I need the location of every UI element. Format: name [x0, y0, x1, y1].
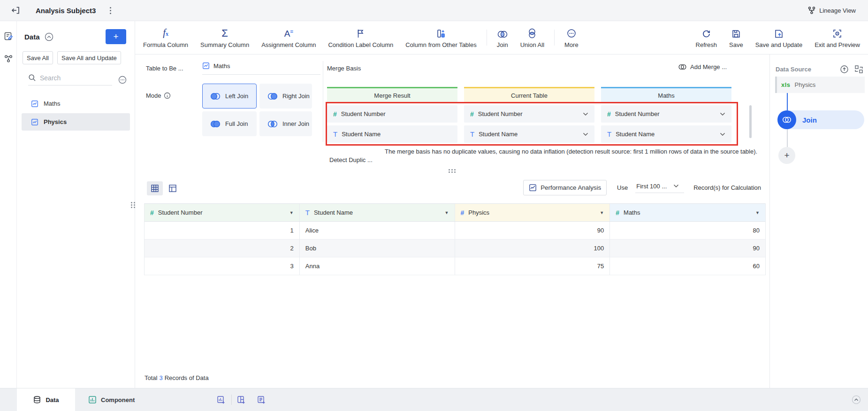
lineage-view-button[interactable]: Lineage View — [807, 6, 856, 15]
join-button[interactable]: Join — [491, 27, 514, 48]
merge-scrollbar[interactable] — [749, 105, 752, 138]
cell-student-number: 1 — [145, 222, 300, 240]
add-table-button[interactable]: + — [106, 29, 126, 44]
header-student-number[interactable]: # Student Number ▼ — [145, 204, 300, 221]
table-row: 2 Bob 100 90 — [145, 240, 765, 257]
summary-column-button[interactable]: Σ Summary Column — [194, 27, 255, 48]
cell-maths: 60 — [610, 257, 765, 275]
table-to-be-value[interactable]: Maths — [202, 62, 320, 75]
current-table-field-student-name[interactable]: T Student Name — [464, 125, 594, 143]
chevron-down-icon[interactable] — [720, 112, 725, 116]
grid-view-button[interactable] — [147, 181, 163, 195]
text-field-icon: T — [305, 209, 310, 217]
sidebar-item-label: Physics — [44, 118, 67, 125]
exit-and-preview-button[interactable]: Exit and Preview — [808, 27, 866, 48]
chevron-down-icon[interactable] — [583, 112, 588, 116]
sidebar-item-label: Maths — [44, 100, 60, 107]
column-add-icon — [436, 27, 446, 39]
join-node[interactable]: Join — [777, 110, 864, 129]
cell-student-number: 2 — [145, 240, 300, 257]
chevron-down-icon[interactable] — [583, 132, 588, 136]
left-join-button[interactable]: Left Join — [202, 84, 257, 109]
collapse-panel-icon[interactable] — [851, 395, 861, 405]
flow-connector-blue — [787, 93, 788, 111]
save-button[interactable]: Save — [723, 27, 749, 48]
search-box — [28, 74, 112, 85]
search-icon — [28, 74, 36, 82]
vertical-resize-handle[interactable] — [131, 202, 136, 209]
layout-add-icon[interactable] — [237, 395, 246, 404]
refresh-button[interactable]: Refresh — [690, 27, 723, 48]
filter-triangle-icon[interactable]: ▼ — [445, 210, 449, 215]
detect-duplicate-label: Detect Duplic ... — [329, 156, 373, 163]
full-join-button[interactable]: Full Join — [202, 111, 257, 136]
horizontal-resize-handle[interactable] — [449, 169, 456, 173]
sidebar-item-maths[interactable]: Maths — [22, 95, 130, 112]
merge-result-field-student-name[interactable]: T Student Name — [327, 125, 457, 143]
tab-component[interactable]: Component — [75, 388, 178, 411]
add-merge-button[interactable]: Add Merge ... — [678, 63, 727, 70]
records-for-calculation-label: Record(s) for Calculation — [693, 184, 761, 191]
sidebar-search-row — [28, 74, 127, 85]
performance-analysis-button[interactable]: Performance Analysis — [523, 180, 607, 195]
panel-divider — [323, 61, 323, 142]
more-button[interactable]: More — [558, 27, 585, 48]
assignment-column-button[interactable]: A= Assignment Column — [255, 27, 322, 48]
current-table-header: Current Table — [464, 87, 594, 102]
collapse-all-icon[interactable] — [44, 32, 54, 42]
search-input[interactable] — [40, 74, 91, 82]
sidebar-item-physics[interactable]: Physics — [22, 113, 130, 131]
tab-data[interactable]: Data — [17, 388, 75, 411]
union-all-button[interactable]: Union All — [514, 27, 550, 48]
current-table-column: Current Table # Student Number T Student… — [464, 87, 594, 143]
cell-student-name: Alice — [300, 222, 455, 240]
formula-column-button[interactable]: fx Formula Column — [137, 27, 194, 48]
list-add-icon[interactable] — [257, 395, 266, 404]
refresh-icon — [701, 27, 711, 39]
left-icon-rail — [0, 21, 17, 388]
data-source-header-icons — [840, 65, 863, 74]
update-circle-icon[interactable] — [840, 65, 849, 74]
maths-field-student-number[interactable]: # Student Number — [601, 105, 731, 123]
column-from-other-tables-button[interactable]: Column from Other Tables — [399, 27, 483, 48]
data-flow-icon[interactable] — [4, 54, 13, 63]
add-step-button[interactable]: + — [778, 147, 795, 164]
filter-triangle-icon[interactable]: ▼ — [755, 210, 760, 215]
header-physics[interactable]: # Physics ▼ — [455, 204, 610, 221]
form-view-button[interactable] — [165, 181, 181, 195]
save-all-update-button[interactable]: Save All and Update — [57, 51, 121, 64]
mode-label: Mode — [146, 92, 161, 99]
left-join-icon — [210, 92, 221, 101]
chart-add-icon[interactable] — [217, 395, 226, 404]
save-and-update-button[interactable]: Save and Update — [749, 27, 808, 48]
ellipsis-circle-icon[interactable] — [118, 75, 127, 85]
merge-basis-grid: Merge Result # Student Number T Student … — [327, 87, 731, 143]
info-icon[interactable] — [164, 92, 171, 99]
join-config-panel: Table to Be ... Maths Mode Left Join — [135, 54, 769, 175]
cell-student-number: 3 — [145, 257, 300, 275]
join-mode-group: Left Join Right Join Full Join — [202, 84, 312, 136]
inner-join-button[interactable]: Inner Join — [259, 111, 312, 136]
sidebar-header: Data + — [24, 29, 126, 44]
full-join-icon — [210, 120, 221, 128]
current-table-field-student-number[interactable]: # Student Number — [464, 105, 594, 123]
table-file-icon — [31, 100, 38, 108]
header-student-name[interactable]: T Student Name ▼ — [300, 204, 455, 221]
right-join-button[interactable]: Right Join — [259, 84, 312, 109]
exit-back-icon[interactable] — [10, 5, 21, 16]
swap-layout-icon[interactable] — [854, 65, 863, 74]
filter-triangle-icon[interactable]: ▼ — [600, 210, 604, 215]
merge-result-field-student-number[interactable]: # Student Number — [327, 105, 457, 123]
header-maths[interactable]: # Maths ▼ — [610, 204, 765, 221]
filter-triangle-icon[interactable]: ▼ — [289, 210, 294, 215]
maths-field-student-name[interactable]: T Student Name — [601, 125, 731, 143]
records-count-select[interactable]: First 100 ... — [635, 183, 684, 193]
kebab-menu-icon[interactable] — [110, 7, 111, 14]
edit-note-icon[interactable] — [4, 31, 13, 41]
calculation-controls: Performance Analysis Use First 100 ... R… — [523, 180, 761, 195]
save-all-button[interactable]: Save All — [23, 51, 53, 64]
source-node-physics[interactable]: xls Physics — [775, 77, 865, 93]
chevron-down-icon[interactable] — [720, 132, 725, 136]
merge-result-column: Merge Result # Student Number T Student … — [327, 87, 457, 143]
condition-label-column-button[interactable]: Condition Label Column — [322, 27, 399, 48]
